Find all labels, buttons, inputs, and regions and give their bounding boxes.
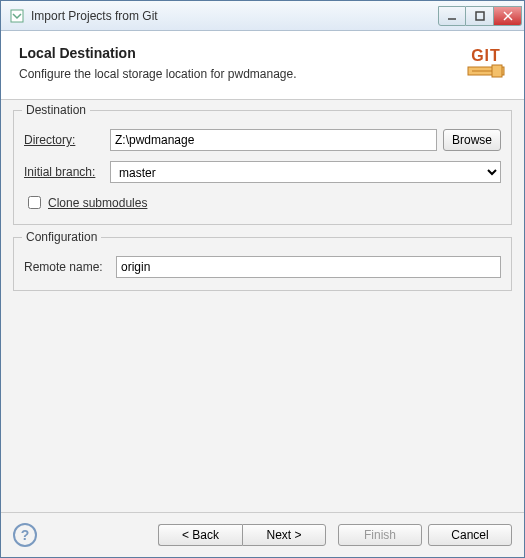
clone-submodules-checkbox[interactable] bbox=[28, 196, 41, 209]
git-icon: GIT bbox=[462, 41, 510, 89]
directory-input[interactable] bbox=[110, 129, 437, 151]
configuration-group: Configuration Remote name: bbox=[13, 237, 512, 291]
finish-button[interactable]: Finish bbox=[338, 524, 422, 546]
clone-submodules-label: Clone submodules bbox=[48, 196, 147, 210]
window-controls bbox=[438, 6, 522, 26]
destination-group-label: Destination bbox=[22, 103, 90, 117]
close-button[interactable] bbox=[494, 6, 522, 26]
remote-name-input[interactable] bbox=[116, 256, 501, 278]
window-title: Import Projects from Git bbox=[31, 9, 438, 23]
configuration-group-label: Configuration bbox=[22, 230, 101, 244]
svg-rect-7 bbox=[492, 65, 502, 77]
wizard-body: Destination Directory: Browse Initial br… bbox=[1, 100, 524, 512]
browse-button[interactable]: Browse bbox=[443, 129, 501, 151]
titlebar: Import Projects from Git bbox=[1, 1, 524, 31]
next-button[interactable]: Next > bbox=[242, 524, 326, 546]
initial-branch-select[interactable]: master bbox=[110, 161, 501, 183]
back-button[interactable]: < Back bbox=[158, 524, 242, 546]
initial-branch-label: Initial branch: bbox=[24, 165, 104, 179]
remote-name-label: Remote name: bbox=[24, 260, 110, 274]
footer-buttons: < Back Next > Finish Cancel bbox=[158, 524, 512, 546]
banner-subtitle: Configure the local storage location for… bbox=[19, 67, 506, 81]
cancel-button[interactable]: Cancel bbox=[428, 524, 512, 546]
directory-label: Directory: bbox=[24, 133, 104, 147]
app-icon bbox=[9, 8, 25, 24]
wizard-window: Import Projects from Git Local Destinati… bbox=[0, 0, 525, 558]
minimize-button[interactable] bbox=[438, 6, 466, 26]
banner-title: Local Destination bbox=[19, 45, 506, 61]
svg-rect-0 bbox=[11, 10, 23, 22]
maximize-button[interactable] bbox=[466, 6, 494, 26]
help-button[interactable]: ? bbox=[13, 523, 37, 547]
git-logo-text: GIT bbox=[471, 47, 501, 64]
wizard-footer: ? < Back Next > Finish Cancel bbox=[1, 512, 524, 557]
svg-rect-2 bbox=[476, 12, 484, 20]
destination-group: Destination Directory: Browse Initial br… bbox=[13, 110, 512, 225]
wizard-banner: Local Destination Configure the local st… bbox=[1, 31, 524, 100]
